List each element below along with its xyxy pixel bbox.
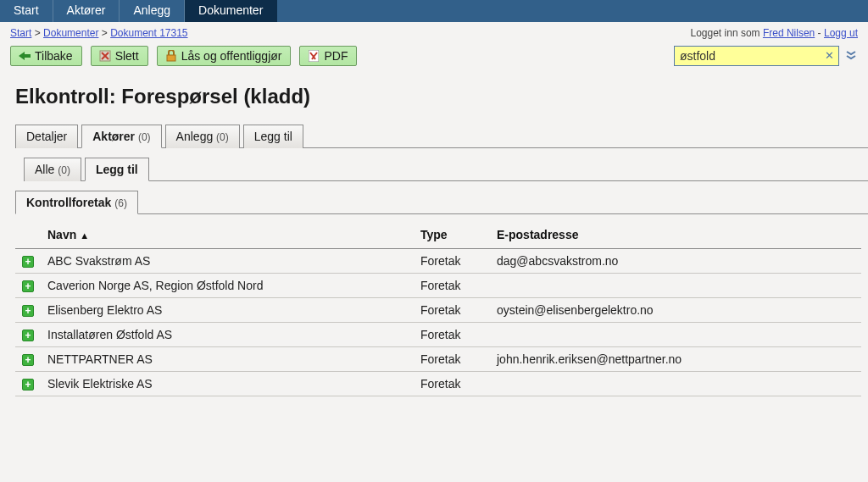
cell-email: oystein@elisenbergelektro.no bbox=[490, 298, 861, 323]
top-nav: Start Aktører Anlegg Dokumenter bbox=[0, 0, 868, 22]
tab-detaljer[interactable]: Detaljer bbox=[15, 125, 78, 148]
tab-label: Kontrollforetak bbox=[26, 196, 111, 209]
tab-count: (0) bbox=[58, 164, 70, 176]
lock-publish-button-label: Lås og offentliggjør bbox=[181, 49, 282, 63]
tab-alle[interactable]: Alle (0) bbox=[24, 158, 81, 181]
cell-type: Foretak bbox=[414, 372, 490, 396]
add-icon[interactable]: + bbox=[22, 379, 34, 391]
tab-kontrollforetak[interactable]: Kontrollforetak (6) bbox=[15, 191, 138, 214]
search-expand-icon[interactable] bbox=[844, 48, 858, 64]
breadcrumb-sep: > bbox=[35, 27, 41, 39]
table-row: +NETTPARTNER ASForetakjohn.henrik.erikse… bbox=[15, 347, 861, 372]
pdf-button[interactable]: PDF bbox=[299, 46, 357, 66]
breadcrumb-dokument[interactable]: Dokument 17315 bbox=[110, 27, 187, 39]
tabs-main: Detaljer Aktører (0) Anlegg (0) Legg til bbox=[15, 124, 868, 148]
nav-aktorer[interactable]: Aktører bbox=[53, 0, 120, 22]
table-row: +Installatøren Østfold ASForetak bbox=[15, 323, 861, 347]
tabs-sub2: Kontrollforetak (6) bbox=[15, 190, 868, 214]
add-icon[interactable]: + bbox=[22, 256, 34, 268]
cell-name: Elisenberg Elektro AS bbox=[41, 298, 414, 323]
tab-label: Detaljer bbox=[26, 130, 67, 143]
delete-button-label: Slett bbox=[115, 49, 139, 63]
tabs-sub: Alle (0) Legg til bbox=[24, 157, 868, 181]
user-name-link[interactable]: Fred Nilsen bbox=[763, 27, 815, 39]
back-button-label: Tilbake bbox=[35, 49, 73, 63]
sort-asc-icon: ▲ bbox=[80, 230, 89, 241]
tab-sub-leggtil[interactable]: Legg til bbox=[85, 158, 149, 181]
user-info: Logget inn som Fred Nilsen - Logg ut bbox=[691, 27, 859, 39]
table-row: +Caverion Norge AS, Region Østfold NordF… bbox=[15, 274, 861, 298]
nav-dokumenter[interactable]: Dokumenter bbox=[185, 0, 277, 22]
cell-email bbox=[490, 274, 861, 298]
cell-type: Foretak bbox=[414, 323, 490, 347]
cell-email: dag@abcsvakstrom.no bbox=[490, 249, 861, 274]
svg-rect-3 bbox=[167, 55, 175, 61]
table-row: +Slevik Elektriske ASForetak bbox=[15, 372, 861, 396]
cell-email bbox=[490, 372, 861, 396]
breadcrumb-start[interactable]: Start bbox=[10, 27, 31, 39]
contractor-table: Navn ▲ Type E-postadresse +ABC Svakstrøm… bbox=[15, 221, 861, 396]
search-wrap: ✕ bbox=[674, 46, 858, 66]
tab-anlegg[interactable]: Anlegg (0) bbox=[165, 125, 240, 148]
page-title: Elkontroll: Forespørsel (kladd) bbox=[15, 85, 868, 108]
col-name[interactable]: Navn ▲ bbox=[41, 221, 414, 249]
delete-icon bbox=[98, 49, 112, 63]
pdf-icon bbox=[307, 49, 320, 63]
cell-email bbox=[490, 323, 861, 347]
back-arrow-icon bbox=[18, 49, 31, 63]
nav-start[interactable]: Start bbox=[0, 0, 53, 22]
tab-label: Legg til bbox=[96, 163, 138, 176]
logout-link[interactable]: Logg ut bbox=[824, 27, 858, 39]
add-icon[interactable]: + bbox=[22, 305, 34, 317]
tab-label: Legg til bbox=[254, 130, 292, 143]
lock-publish-button[interactable]: Lås og offentliggjør bbox=[157, 46, 292, 66]
search-input[interactable] bbox=[674, 46, 839, 66]
tab-count: (6) bbox=[114, 197, 127, 209]
cell-type: Foretak bbox=[414, 298, 490, 323]
add-icon[interactable]: + bbox=[22, 280, 34, 292]
cell-name: Slevik Elektriske AS bbox=[41, 372, 414, 396]
cell-type: Foretak bbox=[414, 274, 490, 298]
col-type[interactable]: Type bbox=[414, 221, 490, 249]
add-icon[interactable]: + bbox=[22, 330, 34, 341]
tab-leggtil[interactable]: Legg til bbox=[243, 125, 303, 148]
tab-count: (0) bbox=[138, 131, 151, 143]
toolbar: Tilbake Slett Lås og offentliggjør PDF bbox=[10, 46, 357, 66]
breadcrumb-dokumenter[interactable]: Dokumenter bbox=[43, 27, 98, 39]
cell-name: NETTPARTNER AS bbox=[41, 347, 414, 372]
delete-button[interactable]: Slett bbox=[91, 46, 148, 66]
col-add bbox=[15, 221, 41, 249]
col-name-label: Navn bbox=[47, 228, 76, 241]
tab-label: Alle bbox=[35, 163, 54, 176]
tab-label: Aktører bbox=[92, 130, 135, 143]
logged-in-prefix: Logget inn som bbox=[691, 27, 760, 39]
user-sep: - bbox=[818, 27, 821, 39]
back-button[interactable]: Tilbake bbox=[10, 46, 82, 66]
tab-label: Anlegg bbox=[176, 130, 214, 143]
cell-email: john.henrik.eriksen@nettpartner.no bbox=[490, 347, 861, 372]
lock-icon bbox=[164, 49, 178, 63]
clear-search-icon[interactable]: ✕ bbox=[823, 49, 835, 61]
cell-name: Installatøren Østfold AS bbox=[41, 323, 414, 347]
tab-count: (0) bbox=[216, 131, 229, 143]
nav-anlegg[interactable]: Anlegg bbox=[120, 0, 185, 22]
table-row: +ABC Svakstrøm ASForetakdag@abcsvakstrom… bbox=[15, 249, 861, 274]
breadcrumb: Start > Dokumenter > Dokument 17315 bbox=[10, 27, 188, 39]
tab-aktorer[interactable]: Aktører (0) bbox=[81, 125, 161, 148]
add-icon[interactable]: + bbox=[22, 354, 34, 366]
col-email[interactable]: E-postadresse bbox=[490, 221, 861, 249]
pdf-button-label: PDF bbox=[324, 49, 348, 63]
table-row: +Elisenberg Elektro ASForetakoystein@eli… bbox=[15, 298, 861, 323]
breadcrumb-sep: > bbox=[102, 27, 108, 39]
cell-name: ABC Svakstrøm AS bbox=[41, 249, 414, 274]
cell-name: Caverion Norge AS, Region Østfold Nord bbox=[41, 274, 414, 298]
cell-type: Foretak bbox=[414, 249, 490, 274]
cell-type: Foretak bbox=[414, 347, 490, 372]
